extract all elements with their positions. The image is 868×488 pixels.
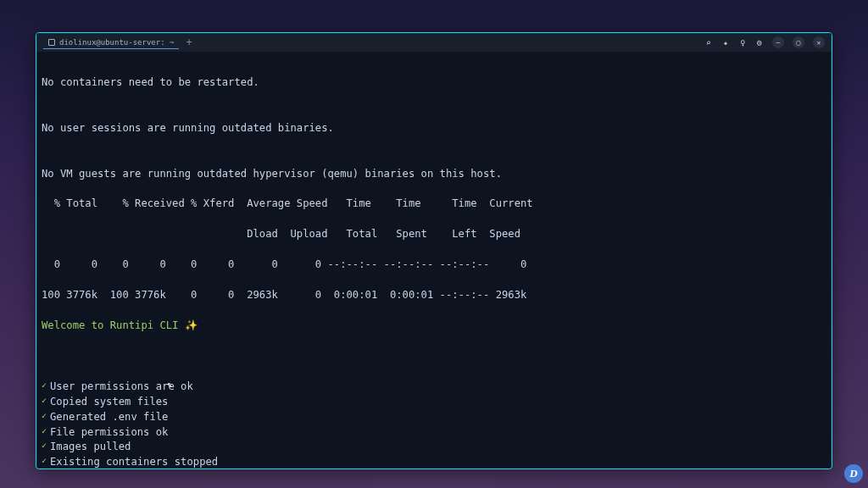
close-button[interactable]: ✕ bbox=[813, 36, 825, 48]
terminal-icon bbox=[48, 39, 55, 46]
check-line: ✓ User permissions are ok bbox=[42, 380, 826, 395]
check-icon: ✓ bbox=[42, 410, 47, 425]
check-line: ✓ Copied system files bbox=[42, 395, 826, 410]
output-line: Dload Upload Total Spent Left Speed bbox=[42, 227, 826, 242]
output-line: 100 3776k 100 3776k 0 0 2963k 0 0:00:01 … bbox=[42, 288, 826, 303]
output-line: No VM guests are running outdated hyperv… bbox=[42, 167, 826, 182]
output-line: % Total % Received % Xferd Average Speed… bbox=[42, 197, 826, 212]
minimize-button[interactable]: — bbox=[772, 36, 784, 48]
check-text: Generated .env file bbox=[50, 410, 168, 425]
pin-icon[interactable]: ✦ bbox=[721, 38, 730, 47]
check-line: ✓ Images pulled bbox=[42, 440, 826, 455]
check-icon: ✓ bbox=[42, 455, 47, 469]
check-text: User permissions are ok bbox=[50, 380, 193, 395]
gear-icon[interactable]: ⚙ bbox=[755, 38, 764, 47]
welcome-line: Welcome to Runtipi CLI ✨ bbox=[42, 319, 826, 334]
blank-line bbox=[42, 349, 826, 364]
output-line: No containers need to be restarted. bbox=[42, 75, 826, 91]
bulb-icon[interactable]: ♀ bbox=[738, 38, 747, 47]
check-text: Copied system files bbox=[50, 395, 168, 410]
output-line: No user sessions are running outdated bi… bbox=[42, 121, 826, 136]
titlebar: diolinux@ubuntu-server: ~ + ⌕ ✦ ♀ ⚙ — ▢ … bbox=[36, 33, 832, 52]
check-icon: ✓ bbox=[42, 440, 47, 455]
check-line: ✓ File permissions ok bbox=[42, 425, 826, 441]
search-icon[interactable]: ⌕ bbox=[704, 38, 713, 47]
tab-title: diolinux@ubuntu-server: ~ bbox=[59, 38, 174, 47]
titlebar-controls: ⌕ ✦ ♀ ⚙ — ▢ ✕ bbox=[704, 36, 825, 48]
maximize-button[interactable]: ▢ bbox=[793, 36, 804, 48]
check-text: Existing containers stopped bbox=[50, 455, 218, 469]
check-text: Images pulled bbox=[50, 440, 131, 455]
terminal-window: diolinux@ubuntu-server: ~ + ⌕ ✦ ♀ ⚙ — ▢ … bbox=[36, 32, 832, 469]
check-line: ✓ Existing containers stopped bbox=[42, 455, 826, 469]
tab-active[interactable]: diolinux@ubuntu-server: ~ bbox=[43, 36, 179, 49]
check-line: ✓ Generated .env file bbox=[42, 410, 826, 425]
add-tab-button[interactable]: + bbox=[186, 36, 192, 48]
check-icon: ✓ bbox=[42, 380, 47, 395]
check-text: File permissions ok bbox=[50, 425, 168, 441]
check-icon: ✓ bbox=[42, 425, 47, 441]
d-badge: D bbox=[844, 464, 863, 483]
check-icon: ✓ bbox=[42, 395, 47, 410]
terminal-body[interactable]: No containers need to be restarted. No u… bbox=[36, 52, 832, 469]
output-line: 0 0 0 0 0 0 0 0 --:--:-- --:--:-- --:--:… bbox=[42, 258, 826, 273]
